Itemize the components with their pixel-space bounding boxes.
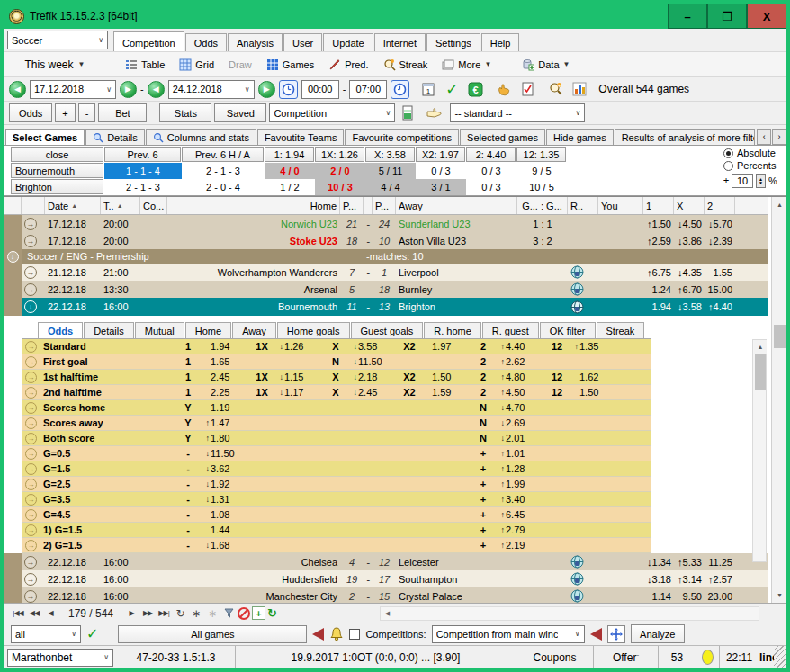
grid-button[interactable]: Grid (172, 56, 221, 74)
coupons-button[interactable]: Coupons (516, 646, 594, 668)
stats-cell[interactable]: 0 / 3 (466, 179, 516, 195)
all-games-button[interactable]: All games (118, 625, 307, 643)
detail-tab-r-home[interactable]: R. home (424, 322, 481, 338)
scrollbar-thumb[interactable] (755, 354, 766, 390)
menu-tab-update[interactable]: Update (323, 33, 373, 51)
col-odd-2[interactable]: 2 (705, 197, 735, 214)
nav-prev-button[interactable]: ◀ (43, 606, 58, 621)
row-expand-icon[interactable]: → (25, 509, 37, 521)
checklist-button[interactable] (517, 79, 537, 99)
tab-selected-games[interactable]: Selected games (460, 129, 545, 145)
stats-header-1[interactable]: 1: 1.94 (265, 147, 314, 162)
scroll-up-icon[interactable]: ▲ (773, 198, 786, 211)
move-button[interactable] (607, 625, 625, 643)
col-r[interactable]: R.. (568, 197, 598, 214)
nav-last-button[interactable]: ▶▶| (157, 606, 171, 621)
detail-tab-odds[interactable]: Odds (38, 322, 83, 338)
col-p2[interactable]: P... (373, 197, 396, 214)
group-collapse-icon[interactable]: ↓ (7, 251, 19, 263)
stats-cell[interactable]: 9 / 5 (516, 163, 567, 179)
game-row[interactable]: → 22.12.1813:30 Arsenal 5-18 Burnley 1.2… (4, 281, 768, 298)
insert-button[interactable]: ∗ (189, 606, 203, 621)
tolerance-input[interactable]: 10 (732, 174, 753, 188)
gauge-button[interactable] (398, 103, 417, 123)
date-to-prev-button[interactable]: ◀ (148, 81, 165, 98)
time-to-clock-button[interactable] (391, 80, 409, 99)
scope-combo[interactable]: all ∨ (11, 625, 81, 643)
period-dropdown[interactable]: This week ▼ (4, 58, 106, 71)
filter-preset-combo[interactable]: -- standard -- ∨ (450, 103, 585, 122)
stats-cell[interactable]: 4 / 4 (365, 179, 416, 195)
game-row-selected[interactable]: ↓ 22.12.1816:00 Bournemouth 11-13 Bright… (4, 298, 768, 316)
menu-tab-internet[interactable]: Internet (374, 33, 426, 51)
col-p1[interactable]: P... (340, 197, 364, 214)
scrollbar-thumb[interactable] (774, 325, 786, 348)
tab-favourite-teams[interactable]: Favoutite Teams (257, 129, 345, 145)
calendar-button[interactable]: 1 (418, 79, 438, 99)
game-row[interactable]: → 17.12.1820:00 Stoke U23 18-10 Aston Vi… (4, 232, 768, 249)
bell-icon[interactable] (329, 626, 344, 641)
confirm-button[interactable]: ✓ (442, 79, 462, 99)
game-row[interactable]: → 22.12.1816:00 Manchester City 2-15 Cry… (4, 587, 768, 603)
tab-favourite-competitions[interactable]: Favourite competitions (345, 129, 459, 145)
col-away[interactable]: Away (396, 197, 517, 214)
add-game-button[interactable]: + (252, 606, 265, 620)
odds-button[interactable]: Odds (9, 103, 52, 122)
competition-source-combo[interactable]: Competition from main winc ∨ (432, 625, 585, 643)
odds-detail-row[interactable]: → 2nd halftime 12.25 1X↓1.17 X↓2.45 X21.… (22, 385, 651, 400)
detail-tab-details[interactable]: Details (84, 322, 134, 338)
bet-button[interactable]: Bet (98, 103, 147, 122)
row-expand-icon[interactable]: → (24, 573, 37, 586)
row-expand-icon[interactable]: → (25, 448, 37, 460)
game-row[interactable]: → 17.12.1820:00 Norwich U23 21-24 Sunder… (4, 215, 768, 232)
filter-button[interactable] (221, 606, 236, 621)
row-expand-icon[interactable]: → (25, 524, 37, 536)
stats-cell[interactable]: 2 / 0 (315, 163, 365, 179)
scroll-left-icon[interactable]: ◀ (381, 607, 394, 620)
time-from-input[interactable]: 00:00 (301, 80, 339, 99)
stats-team-away[interactable]: Brighton (11, 179, 103, 194)
col-odd-x[interactable]: X (674, 197, 705, 214)
row-expand-icon[interactable]: → (25, 463, 37, 475)
stats-cell[interactable]: 5 / 11 (365, 163, 416, 179)
detail-tab-away[interactable]: Away (232, 322, 276, 338)
stats-header-x[interactable]: X: 3.58 (365, 147, 415, 162)
tab-select-games[interactable]: Select Games (5, 129, 85, 145)
odds-detail-row[interactable]: → Scores away Y↑1.47 N↓2.69 (22, 416, 651, 431)
game-row[interactable]: → 21.12.1821:00 Wolverhampton Wanderers … (4, 264, 768, 281)
col-home[interactable]: Home (167, 197, 340, 214)
games-button[interactable]: Games (259, 56, 321, 74)
odds-detail-row[interactable]: → G=1.5 -↓3.62 +↑1.28 (22, 461, 651, 477)
analyze-button[interactable]: Analyze (631, 624, 685, 643)
detail-tab-home[interactable]: Home (185, 322, 231, 338)
table-horizontal-scrollbar[interactable]: ◀ (380, 606, 759, 621)
stats-cell[interactable]: 1 / 2 (265, 179, 315, 195)
tolerance-spinner[interactable]: ▲▼ (756, 174, 766, 188)
competition-combo[interactable]: Competition ∨ (269, 103, 395, 122)
detail-tab-home-goals[interactable]: Home goals (277, 322, 350, 338)
tab-details[interactable]: Details (85, 129, 145, 145)
odds-detail-row[interactable]: → G=2.5 -↓1.92 +↑1.99 (22, 477, 651, 492)
detail-tab-ok-filter[interactable]: OK filter (540, 322, 596, 338)
more-dropdown[interactable]: More ▼ (435, 56, 498, 74)
red-left-arrow-icon[interactable] (590, 628, 602, 641)
nav-fast-next-button[interactable]: ▶▶ (140, 606, 155, 621)
row-expand-icon[interactable]: → (24, 235, 37, 247)
plus-button[interactable]: + (55, 103, 75, 122)
apply-check-icon[interactable]: ✓ (86, 625, 98, 642)
row-expand-icon[interactable]: → (24, 590, 37, 603)
streak-button[interactable]: Streak (376, 56, 435, 74)
nav-fast-prev-button[interactable]: ◀◀ (27, 606, 41, 621)
resize-grip[interactable] (774, 646, 786, 668)
stats-cell[interactable]: 2 - 0 - 4 (182, 179, 265, 195)
date-to-next-button[interactable]: ▶ (258, 81, 275, 98)
stats-cell[interactable]: 0 / 3 (416, 163, 466, 179)
row-expand-icon[interactable]: → (25, 402, 37, 414)
scroll-down-icon[interactable]: ▼ (773, 588, 786, 602)
game-row[interactable]: → 22.12.1816:00 Chelsea 4-12 Leicester ↓… (4, 553, 768, 570)
offer-button[interactable]: Offerˇ (594, 646, 659, 668)
odds-detail-row[interactable]: → 1) G=1.5 -1.44 +↑2.79 (22, 523, 651, 538)
stats-header-2[interactable]: 2: 4.40 (466, 147, 516, 162)
pred-button[interactable]: Pred. (321, 56, 375, 74)
competition-group-row[interactable]: ↓ Soccer / ENG - Premiership -matches: 1… (4, 249, 768, 264)
